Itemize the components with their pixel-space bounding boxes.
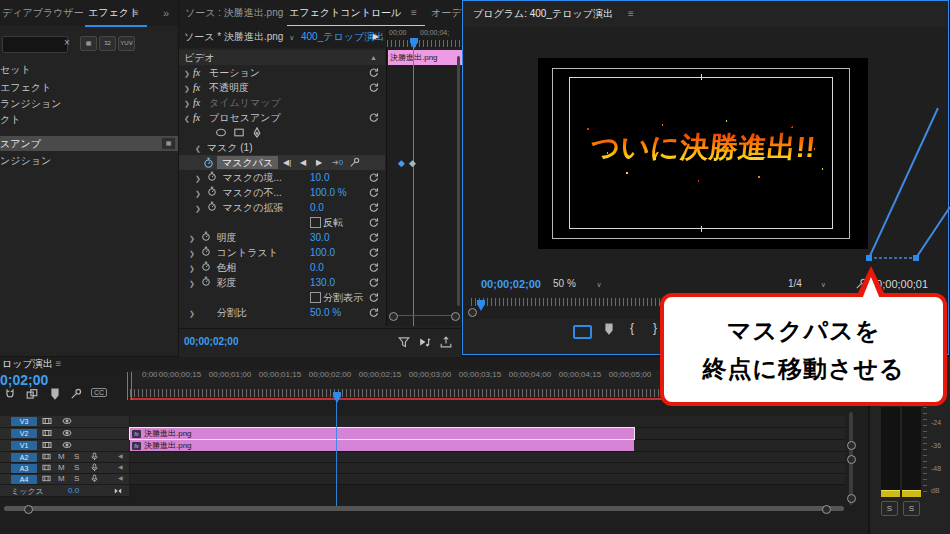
track-lane-v3[interactable]	[130, 416, 845, 428]
hscrollbar-handle[interactable]	[822, 505, 831, 514]
track-lane-a2[interactable]	[130, 452, 845, 463]
param-value[interactable]: 130.0	[310, 275, 335, 290]
solo-left-button[interactable]: S	[881, 501, 898, 516]
timeline-hscrollbar[interactable]	[4, 506, 844, 511]
param-row-mask-feather[interactable]: ❯ マスクの境... 10.0	[179, 170, 385, 185]
program-timecode[interactable]: 00;00;02;00	[481, 278, 541, 290]
timeline-playhead-line[interactable]	[336, 396, 337, 506]
param-value[interactable]: 50.0 %	[310, 305, 341, 320]
section-video-header[interactable]: ビデオ ▲	[179, 50, 385, 65]
param-row-mask-expansion[interactable]: ❯ マスクの拡張 0.0	[179, 200, 385, 215]
toggle-track-output-eye-icon[interactable]	[62, 440, 72, 452]
add-marker-icon[interactable]	[603, 323, 615, 337]
tab-media-browser[interactable]: ディアブラウザー	[2, 0, 84, 26]
add-marker-icon[interactable]	[49, 388, 61, 402]
track-label-a3[interactable]: A3	[11, 464, 37, 473]
voiceover-mic-icon[interactable]	[90, 463, 99, 474]
solo-button[interactable]: S	[74, 452, 79, 461]
voiceover-mic-icon[interactable]	[90, 452, 99, 463]
source-patch-icon[interactable]	[42, 463, 51, 474]
filter-properties-icon[interactable]	[398, 336, 410, 350]
track-label-a4[interactable]: A4	[11, 475, 37, 484]
param-value[interactable]: 100.0	[310, 245, 335, 260]
param-row-mask-opacity[interactable]: ❯ マスクの不... 100.0 %	[179, 185, 385, 200]
stopwatch-icon[interactable]	[201, 277, 211, 288]
param-value[interactable]: 0.0	[310, 200, 324, 215]
voiceover-mic-icon[interactable]	[90, 474, 99, 485]
ec-vertical-scrollbar[interactable]	[457, 56, 460, 306]
timeline-menu-icon[interactable]: ≡	[55, 358, 61, 369]
mute-button[interactable]: M	[58, 452, 65, 461]
mask-group-row[interactable]: ❮ マスク (1)	[179, 140, 385, 155]
export-icon[interactable]	[440, 336, 452, 350]
collapse-icon[interactable]: ▲	[370, 50, 377, 65]
fx-row-procamp[interactable]: ❮fx プロセスアンプ	[179, 110, 385, 125]
linked-selection-icon[interactable]	[26, 388, 38, 402]
param-row-split-view[interactable]: 分割表示	[179, 290, 385, 305]
accelerated-effects-filter-icon[interactable]: ▦	[80, 36, 97, 51]
stopwatch-icon[interactable]	[207, 187, 217, 198]
track-header-v1[interactable]: V1	[0, 440, 129, 452]
collapse-track-icon[interactable]: ◀	[118, 463, 123, 470]
scrubber-handle[interactable]	[468, 308, 477, 317]
vscrollbar-handle[interactable]	[847, 455, 856, 464]
solo-button[interactable]: S	[74, 463, 79, 472]
split-view-checkbox[interactable]	[310, 292, 321, 303]
mask-path-name-field[interactable]: マスクパス	[217, 156, 278, 169]
timeline-settings-wrench-icon[interactable]	[70, 388, 82, 402]
chevron-down-icon[interactable]: ∨	[289, 27, 298, 49]
effect-controls-menu-icon[interactable]: ≡	[411, 0, 417, 26]
track-mask-fwd-icon[interactable]: ▶	[316, 155, 322, 170]
effects-panel-menu-icon[interactable]: ≡	[133, 0, 139, 26]
mark-out-icon[interactable]: }	[653, 321, 657, 335]
effects-tree-item[interactable]: ランジション	[0, 96, 61, 111]
stopwatch-icon[interactable]	[201, 247, 211, 258]
keyframe-diamond[interactable]: ◆	[409, 158, 416, 168]
32bit-filter-icon[interactable]: 32	[99, 36, 116, 51]
track-header-a2[interactable]: A2 M S ◀	[0, 452, 129, 463]
effects-tree-item[interactable]: ンジション	[0, 153, 51, 168]
mix-fader-icon[interactable]	[113, 486, 123, 497]
source-patch-icon[interactable]	[42, 428, 52, 440]
ec-lane-scrollbar[interactable]	[389, 315, 459, 316]
playback-resolution-select[interactable]: 1/4 ∨	[788, 278, 830, 289]
param-row-saturation[interactable]: ❯ 彩度 130.0	[179, 275, 385, 290]
mix-value[interactable]: 0.0	[68, 486, 79, 495]
stopwatch-icon[interactable]	[201, 232, 211, 243]
collapse-track-icon[interactable]: ◀	[118, 474, 123, 481]
param-row-brightness[interactable]: ❯ 明度 30.0	[179, 230, 385, 245]
ec-mini-clip[interactable]: 決勝進出.png	[388, 50, 462, 65]
yuv-filter-icon[interactable]: YUV	[118, 36, 135, 51]
ec-mini-ruler[interactable]: 00;00 00;00;04;	[387, 26, 462, 48]
track-label-v2[interactable]: V2	[11, 429, 37, 438]
captions-cc-icon[interactable]: CC	[91, 388, 107, 397]
fx-row-timeremap[interactable]: ❯fx タイムリマップ	[179, 95, 385, 110]
tab-sequence[interactable]: ロップ演出 ≡	[2, 357, 61, 371]
stopwatch-icon[interactable]	[201, 262, 211, 273]
source-patch-icon[interactable]	[42, 452, 51, 463]
effects-tree-item[interactable]: エフェクト	[0, 80, 51, 95]
effects-tree-item[interactable]: セット	[0, 62, 31, 77]
panel-overflow-icon[interactable]: »	[163, 0, 169, 26]
mask-path-row[interactable]: マスクパス ◀| ◀ ▶ ➔0	[179, 155, 385, 170]
program-playhead[interactable]	[477, 304, 485, 311]
source-patch-icon[interactable]	[42, 474, 51, 485]
play-audio-icon[interactable]	[419, 336, 431, 350]
param-value[interactable]: 100.0 %	[310, 185, 347, 200]
effects-tree-item-selected[interactable]: スアンプ ▦	[0, 136, 178, 151]
mute-button[interactable]: M	[58, 474, 65, 483]
clip-v2[interactable]: fx決勝進出.png	[130, 428, 634, 439]
solo-right-button[interactable]: S	[903, 501, 920, 516]
effects-tree-item[interactable]: クト	[0, 112, 20, 127]
track-label-v3[interactable]: V3	[11, 417, 37, 426]
track-mask-back-one-icon[interactable]: ◀|	[283, 155, 291, 170]
track-label-a2[interactable]: A2	[11, 453, 37, 462]
mix-track-header[interactable]: ミックス 0.0	[0, 485, 129, 497]
effects-search-input[interactable]	[2, 36, 68, 53]
stopwatch-icon[interactable]	[207, 202, 217, 213]
tab-program[interactable]: プログラム: 400_テロップ演出	[473, 1, 613, 27]
mark-in-icon[interactable]: {	[630, 321, 634, 335]
stopwatch-icon[interactable]	[207, 172, 217, 183]
track-header-v2[interactable]: V2	[0, 428, 129, 440]
settings-rect-button[interactable]	[573, 325, 592, 339]
